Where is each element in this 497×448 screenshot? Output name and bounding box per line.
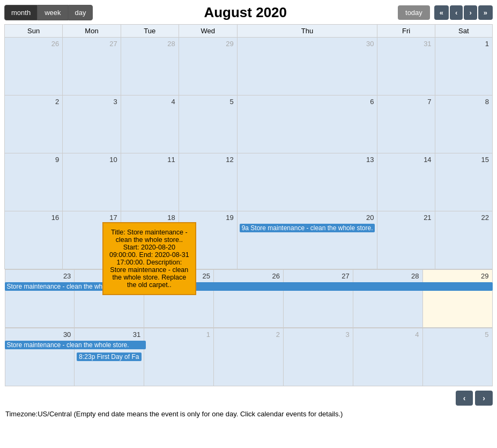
day-cell[interactable]: 29 <box>179 38 237 96</box>
header-thu: Thu <box>237 25 377 38</box>
header-sat: Sat <box>435 25 492 38</box>
day-cell[interactable]: 4 <box>121 96 179 153</box>
calendar-grid: Sun Mon Tue Wed Thu Fri Sat 26 27 28 29 … <box>4 24 493 386</box>
day-number: 27 <box>286 271 351 281</box>
day-cell[interactable]: 3 <box>283 328 353 386</box>
event-bar[interactable]: 9a Store maintenance - clean the whole s… <box>240 224 375 232</box>
day-cell[interactable]: 3 <box>63 96 121 153</box>
day-cell[interactable]: 4 <box>353 328 422 386</box>
day-number: 16 <box>7 212 60 223</box>
day-cell[interactable]: 9 <box>5 153 63 211</box>
day-cell[interactable]: 5 <box>422 328 492 386</box>
day-cell[interactable]: 26 <box>5 38 63 96</box>
day-cell[interactable]: 15 <box>435 153 492 211</box>
week-row: 9 10 11 12 13 14 15 <box>5 153 493 211</box>
day-cell[interactable]: 6 <box>237 96 377 153</box>
day-cell[interactable]: 31 8:23p First Day of Fa <box>75 328 144 386</box>
calendar-wrapper: month week day August 2020 today « ‹ › »… <box>0 0 497 448</box>
day-number: 20 <box>240 212 375 223</box>
day-number: 22 <box>437 212 490 223</box>
day-cell[interactable]: 30 <box>237 38 377 96</box>
day-cell[interactable]: 11 <box>121 153 179 211</box>
day-cell[interactable]: 1 <box>144 328 214 386</box>
day-cell[interactable]: 8 <box>435 96 492 153</box>
header-fri: Fri <box>377 25 435 38</box>
day-cell[interactable]: 20 9a Store maintenance - clean the whol… <box>237 211 377 269</box>
day-number: 6 <box>240 97 375 107</box>
day-number: 23 <box>8 271 72 281</box>
day-cell[interactable]: 5 <box>179 96 237 153</box>
day-number: 17 <box>65 212 118 223</box>
header-sun: Sun <box>5 25 63 38</box>
week-row: 30 31 8:23p First Day of Fa 1 <box>5 328 493 386</box>
spanning-event-bar[interactable]: Store maintenance - clean the whole stor… <box>5 282 493 291</box>
day-number: 5 <box>181 97 235 107</box>
nav-prev-button[interactable]: ‹ <box>450 5 463 20</box>
day-number: 1 <box>146 329 211 340</box>
view-day-button[interactable]: day <box>68 5 93 20</box>
day-number: 10 <box>65 155 118 165</box>
event-bar-second[interactable]: 8:23p First Day of Fa <box>77 352 142 361</box>
bottom-next-button[interactable]: › <box>475 391 493 406</box>
day-cell[interactable]: 16 <box>5 211 63 269</box>
day-cell[interactable]: 30 31 8:23p First Day of Fa 1 <box>5 328 493 386</box>
day-number: 14 <box>380 155 432 165</box>
nav-next-button[interactable]: › <box>464 5 477 20</box>
day-cell[interactable]: 30 <box>5 328 75 386</box>
day-cell[interactable]: 23 24 25 26 27 <box>5 269 493 328</box>
day-cell[interactable]: 18 Title: Store maintenance - clean the … <box>121 211 179 269</box>
weekday-header-row: Sun Mon Tue Wed Thu Fri Sat <box>5 25 493 38</box>
day-number: 8 <box>437 97 490 107</box>
day-cell[interactable]: 26 <box>214 270 284 328</box>
bottom-prev-button[interactable]: ‹ <box>456 391 473 406</box>
day-cell[interactable]: 28 <box>121 38 179 96</box>
day-cell[interactable]: 27 <box>283 270 353 328</box>
day-cell[interactable]: 7 <box>377 96 435 153</box>
view-buttons: month week day <box>4 5 93 20</box>
day-cell-today[interactable]: 29 <box>422 270 492 328</box>
day-cell[interactable]: 2 <box>5 96 63 153</box>
nav-buttons: today « ‹ › » <box>398 5 493 20</box>
week-row: 26 27 28 29 30 31 1 <box>5 38 493 96</box>
day-number: 30 <box>240 39 375 49</box>
day-cell[interactable]: 28 <box>353 270 422 328</box>
day-cell[interactable]: 10 <box>63 153 121 211</box>
day-cell[interactable]: 1 <box>435 38 492 96</box>
nav-last-button[interactable]: » <box>478 5 493 20</box>
day-number: 31 <box>380 39 432 49</box>
day-number: 1 <box>437 39 490 49</box>
day-cell[interactable]: 13 <box>237 153 377 211</box>
day-number: 21 <box>380 212 432 223</box>
nav-first-button[interactable]: « <box>434 5 449 20</box>
day-number: 27 <box>65 39 118 49</box>
footer-text: Timezone:US/Central (Empty end date mean… <box>4 409 493 419</box>
day-number: 29 <box>425 271 490 281</box>
day-cell[interactable]: 27 <box>63 38 121 96</box>
day-number: 9 <box>7 155 60 165</box>
day-number: 30 <box>8 329 72 340</box>
day-number: 26 <box>216 271 281 281</box>
day-number: 18 <box>123 212 176 223</box>
spanning-event-bar-2[interactable]: Store maintenance - clean the whole stor… <box>5 341 146 349</box>
day-cell[interactable]: 21 <box>377 211 435 269</box>
day-number: 15 <box>437 155 490 165</box>
day-number: 2 <box>7 97 60 107</box>
day-number: 4 <box>123 97 176 107</box>
tooltip-text: Title: Store maintenance - clean the who… <box>109 229 189 289</box>
week-row: 2 3 4 5 6 7 8 <box>5 96 493 153</box>
day-cell[interactable]: 2 <box>214 328 284 386</box>
day-cell[interactable]: 23 <box>5 270 75 328</box>
day-number: 29 <box>181 39 235 49</box>
day-number: 3 <box>65 97 118 107</box>
view-week-button[interactable]: week <box>38 5 68 20</box>
header-wed: Wed <box>179 25 237 38</box>
today-button[interactable]: today <box>398 5 430 20</box>
day-cell[interactable]: 31 <box>377 38 435 96</box>
day-cell[interactable]: 12 <box>179 153 237 211</box>
day-cell[interactable]: 22 <box>435 211 492 269</box>
header-tue: Tue <box>121 25 179 38</box>
view-month-button[interactable]: month <box>4 5 38 20</box>
day-number: 13 <box>240 155 375 165</box>
day-number: 7 <box>380 97 432 107</box>
day-cell[interactable]: 14 <box>377 153 435 211</box>
